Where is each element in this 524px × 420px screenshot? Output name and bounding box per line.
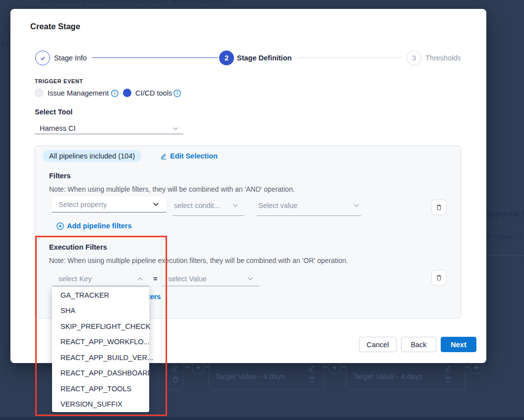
radio-cicd-tools[interactable] bbox=[123, 89, 131, 97]
field-underline bbox=[173, 215, 244, 216]
filters-title: Filters bbox=[49, 172, 71, 180]
step-connector bbox=[298, 57, 403, 58]
cancel-button[interactable]: Cancel bbox=[359, 337, 397, 352]
step-number: 2 bbox=[225, 54, 229, 62]
delete-filter-button[interactable] bbox=[431, 200, 447, 215]
step-number: 3 bbox=[412, 54, 416, 62]
next-button[interactable]: Next bbox=[441, 337, 476, 352]
edit-icon bbox=[160, 153, 168, 160]
trash-icon bbox=[435, 204, 443, 211]
step-stage-definition[interactable]: 2 bbox=[219, 51, 234, 65]
step-stage-info[interactable] bbox=[35, 51, 50, 65]
background-cell-value: et Value - 1 bbox=[485, 232, 523, 241]
edit-icon bbox=[444, 364, 452, 372]
radio-issue-management[interactable] bbox=[35, 89, 43, 97]
background-stage-card bbox=[167, 359, 183, 390]
stage-card-label: Target Value - 4 days bbox=[353, 372, 423, 380]
connector-dashes bbox=[323, 367, 328, 368]
select-property-placeholder: Select property bbox=[58, 201, 153, 209]
select-tool-underline bbox=[35, 134, 183, 134]
step-stage-definition-label: Stage Definition bbox=[237, 54, 291, 62]
background-column-header: Approval Ti bbox=[485, 210, 524, 218]
select-property-dropdown[interactable]: Select property bbox=[52, 197, 166, 212]
add-circle-icon bbox=[57, 222, 64, 230]
connector-dashes bbox=[342, 367, 346, 368]
check-icon bbox=[39, 54, 47, 62]
trigger-event-label: TRIGGER EVENT bbox=[35, 78, 83, 84]
chevron-down-icon bbox=[153, 202, 159, 207]
annotation-highlight-box bbox=[35, 236, 167, 416]
step-thresholds-label: Thresholds bbox=[425, 54, 461, 62]
radio-issue-management-label: Issue Management bbox=[48, 89, 109, 97]
delete-execution-filter-button[interactable] bbox=[431, 270, 447, 285]
connector-dashes bbox=[185, 367, 189, 368]
trash-icon bbox=[444, 375, 452, 383]
modal-title: Create Stage bbox=[30, 22, 80, 31]
trash-icon bbox=[308, 375, 316, 383]
step-connector bbox=[92, 57, 218, 58]
radio-cicd-tools-label: CI/CD tools bbox=[135, 89, 172, 97]
chevron-down-icon[interactable] bbox=[173, 127, 178, 131]
add-pipeline-filters-link[interactable]: Add pipeline filters bbox=[67, 222, 132, 230]
filters-note: Note: When using multiple filters, they … bbox=[49, 185, 295, 193]
connector-dashes bbox=[465, 367, 469, 368]
back-button[interactable]: Back bbox=[401, 337, 436, 352]
stage-card-label: Target Value - 4 days bbox=[215, 372, 285, 380]
pipelines-included-badge: All pipelines included (104) bbox=[43, 150, 141, 162]
background-subtitle: Configure the stages involved in your wo… bbox=[40, 0, 226, 4]
trash-icon bbox=[172, 375, 179, 383]
screen: Configure the stages involved in your wo… bbox=[0, 0, 524, 420]
trash-icon bbox=[435, 274, 443, 281]
select-condition-dropdown[interactable]: select condit... bbox=[174, 202, 220, 210]
field-underline bbox=[257, 215, 361, 216]
chevron-down-icon bbox=[247, 277, 253, 281]
step-thresholds[interactable]: 3 bbox=[407, 51, 421, 65]
select-tool-label: Select Tool bbox=[35, 108, 72, 116]
chevron-down-icon bbox=[233, 204, 238, 208]
step-stage-info-label: Stage Info bbox=[54, 54, 87, 62]
info-icon[interactable] bbox=[174, 90, 181, 97]
info-icon[interactable] bbox=[111, 90, 118, 97]
edit-selection-link[interactable]: Edit Selection bbox=[170, 152, 218, 160]
background-dashed-line bbox=[486, 255, 524, 256]
field-underline bbox=[162, 286, 259, 286]
edit-icon bbox=[308, 364, 316, 372]
chevron-down-icon bbox=[353, 204, 359, 208]
edit-icon bbox=[172, 364, 179, 372]
select-exec-value-dropdown[interactable]: select Value bbox=[168, 275, 207, 283]
background-left-fragment: Y bbox=[0, 41, 5, 48]
select-tool-value[interactable]: Harness CI bbox=[40, 124, 76, 132]
background-footer-strip bbox=[0, 417, 524, 420]
select-value-dropdown[interactable]: Select value bbox=[258, 202, 297, 210]
